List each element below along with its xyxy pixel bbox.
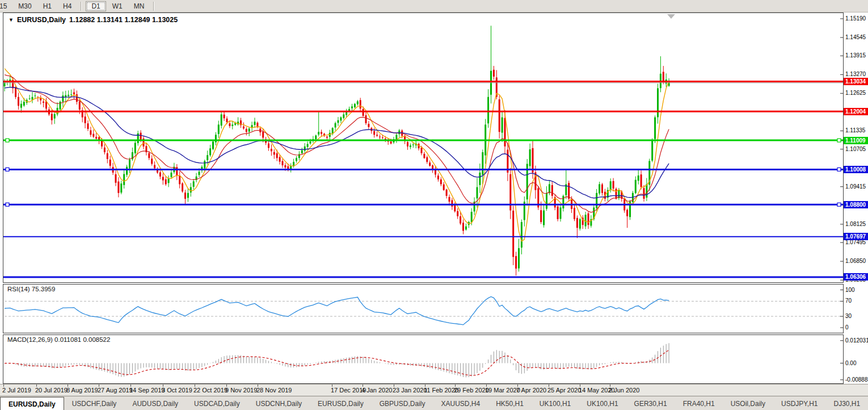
chart-tab-FRA40-H1[interactable]: FRA40,H1 <box>675 396 723 410</box>
chart-tab-DJ30-H1[interactable]: DJ30,H1 <box>826 396 868 410</box>
candle <box>229 123 230 126</box>
candle <box>209 148 211 155</box>
candle <box>412 144 414 145</box>
hline-anchor-handle[interactable] <box>6 168 9 171</box>
hline-anchor-handle[interactable] <box>6 203 9 206</box>
candle <box>454 205 456 211</box>
candle <box>151 158 153 164</box>
rsi-label: RSI(14) 75.3959 <box>7 286 55 292</box>
candle <box>518 248 520 269</box>
chart-tab-GER30-H1[interactable]: GER30,H1 <box>626 396 675 410</box>
chart-symbol-title: EURUSD,Daily <box>17 16 66 24</box>
candle <box>479 173 481 185</box>
chart-tab-XAUUSD-H4[interactable]: XAUUSD,H4 <box>433 396 488 410</box>
date-label: 4 Jan 2020 <box>361 387 392 394</box>
candle <box>126 167 128 175</box>
rsi-panel[interactable]: RSI(14) 75.3959 <box>3 284 844 333</box>
chart-tab-EURUSD-Daily[interactable]: EURUSD,Daily <box>0 397 64 410</box>
chart-tab-GBPUSD-Daily[interactable]: GBPUSD,Daily <box>372 396 433 410</box>
candle <box>357 101 359 104</box>
candle <box>360 100 361 108</box>
timeframe-button-M15[interactable]: 15 <box>0 2 12 11</box>
price-badge-1.07697: 1.07697 <box>844 233 868 240</box>
date-label: 20 Jul 2019 <box>35 387 68 394</box>
price-tick-label: 1.12625 <box>845 90 866 96</box>
chart-tab-UK100-H1[interactable]: UK100,H1 <box>579 396 626 410</box>
timeframe-button-H1[interactable]: H1 <box>38 2 57 11</box>
price-chart-panel[interactable]: ▼ EURUSD,Daily 1.12882 1.13141 1.12849 1… <box>3 12 844 283</box>
timeframe-toolbar: 15M30H1H4D1W1MN <box>0 0 868 12</box>
chart-tab-HK50-H1[interactable]: HK50,H1 <box>488 396 532 410</box>
macd-tick-label: 0.00 <box>845 360 856 366</box>
candle <box>407 142 408 147</box>
hline-anchor-handle[interactable] <box>837 168 841 171</box>
candlestick-chart[interactable] <box>3 13 843 282</box>
chart-tab-bar: EURUSD,DailyUSDCHF,DailyAUDUSD,DailyUSDC… <box>0 396 868 410</box>
candle <box>68 95 69 96</box>
date-label: 8 Aug 2019 <box>66 387 98 394</box>
candle <box>376 135 378 136</box>
candle <box>104 148 106 152</box>
candle <box>271 149 272 151</box>
hline-anchor-handle[interactable] <box>837 139 841 142</box>
candle <box>254 122 256 125</box>
candle <box>115 174 117 183</box>
candle <box>512 211 514 257</box>
chart-tab-EURUSD-Daily[interactable]: EURUSD,Daily <box>310 396 372 410</box>
candle <box>165 179 167 185</box>
chart-tab-USDCHF-Daily[interactable]: USDCHF,Daily <box>64 396 125 410</box>
timeframe-button-H4[interactable]: H4 <box>58 2 77 11</box>
chart-tab-USDCAD-Daily[interactable]: USDCAD,Daily <box>186 396 248 410</box>
timeframe-button-MN[interactable]: MN <box>129 2 150 11</box>
candle <box>20 104 22 108</box>
candle <box>129 160 130 169</box>
chart-dropdown-icon[interactable]: ▼ <box>9 17 14 23</box>
candle <box>363 109 364 116</box>
price-badge-1.10008: 1.10008 <box>844 166 868 173</box>
chart-ohlc-values: 1.12882 1.13141 1.12849 1.13025 <box>69 16 178 24</box>
price-tick-label: 1.14545 <box>845 34 866 40</box>
candle <box>221 114 222 125</box>
macd-panel[interactable]: MACD(12,26,9) 0.011081 0.008522 <box>3 334 844 384</box>
candle <box>460 216 461 224</box>
candle <box>449 197 450 202</box>
date-label: 2 Jun 2020 <box>609 387 639 394</box>
candle <box>315 136 317 140</box>
chart-shift-marker-icon[interactable] <box>667 14 675 19</box>
price-axis: 1.151901.145451.139151.132701.126251.113… <box>844 12 868 384</box>
candle <box>282 161 284 165</box>
candle <box>465 227 467 230</box>
candle <box>646 184 647 198</box>
candle <box>390 141 392 144</box>
candle <box>626 210 628 216</box>
toolbar-separator <box>153 2 154 11</box>
candle <box>187 193 189 198</box>
hline-anchor-handle[interactable] <box>837 203 841 206</box>
price-badge-1.11009: 1.11009 <box>844 137 868 144</box>
macd-histogram <box>5 343 669 377</box>
candle <box>62 95 64 102</box>
chart-tab-USDJPY-H1[interactable]: USDJPY,H1 <box>773 396 825 410</box>
candle <box>92 134 94 137</box>
timeframe-button-W1[interactable]: W1 <box>107 2 128 11</box>
price-tick-label: 1.13915 <box>845 52 866 58</box>
price-tick-label: 1.09415 <box>845 183 866 190</box>
candle <box>588 214 589 225</box>
candle <box>179 175 180 184</box>
chart-tab-AUDUSD-Daily[interactable]: AUDUSD,Daily <box>124 396 186 410</box>
candle <box>446 190 448 196</box>
candle <box>18 97 19 106</box>
candle <box>462 223 464 231</box>
chart-tab-USDCNH-Daily[interactable]: USDCNH,Daily <box>248 396 310 410</box>
timeframe-button-D1[interactable]: D1 <box>86 1 106 11</box>
candle <box>23 102 25 106</box>
candle <box>440 179 442 184</box>
chart-tab-UK100-H1[interactable]: UK100,H1 <box>532 396 579 410</box>
chart-tab-USOil-Daily[interactable]: USOil,Daily <box>723 396 773 410</box>
candle <box>568 183 570 199</box>
price-badge-1.06306: 1.06306 <box>844 273 868 281</box>
hline-anchor-handle[interactable] <box>6 139 9 142</box>
timeframe-button-M30[interactable]: M30 <box>13 2 36 11</box>
candle <box>248 128 250 132</box>
candle <box>159 172 161 176</box>
